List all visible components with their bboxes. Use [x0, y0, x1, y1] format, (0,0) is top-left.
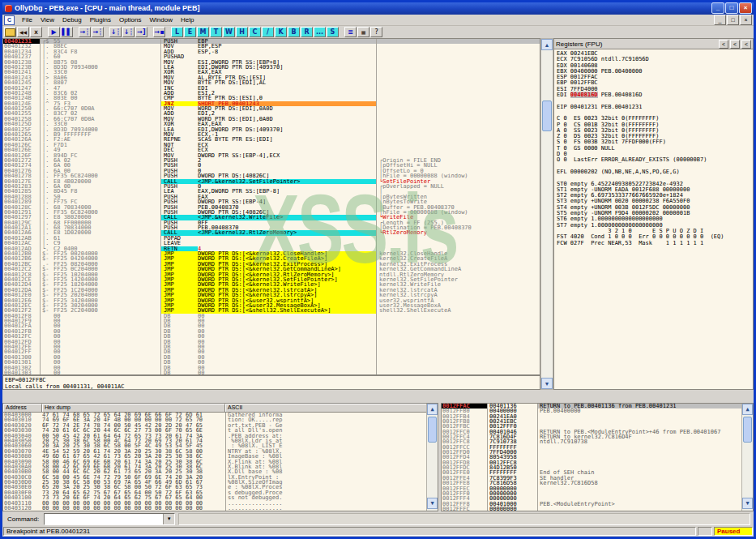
info-pane: EBP=0012FFBC Local calls from 00401131, …: [2, 375, 540, 390]
statusbar: Breakpoint at PEB.00401231 Paused: [2, 526, 754, 537]
stack-scrollbar[interactable]: ▲ ▼: [741, 404, 753, 511]
menubar: C FileViewDebugPluginsOptionsWindowHelp …: [2, 15, 754, 26]
ascii-cell: ................: [225, 506, 438, 511]
registers-pane[interactable]: Registers (FPU) < < < EAX 00241EBCECX 7C…: [553, 38, 754, 390]
menu-item-file[interactable]: File: [18, 15, 36, 24]
dump-rows: 0040300047 61 74 68 65 72 65 64 20 69 6E…: [3, 413, 438, 511]
scroll-thumb[interactable]: [428, 417, 437, 443]
disassembly-scrollbar[interactable]: ▲ ▼: [540, 38, 553, 390]
scroll-down-arrow-icon[interactable]: ▼: [427, 498, 438, 509]
register-line[interactable]: EFL 00000202 (NO,NB,NE,A,NS,PO,GE,G): [557, 169, 750, 175]
hex-dump-column-header[interactable]: Hex dump: [42, 404, 225, 412]
child-close-button[interactable]: ×: [740, 15, 752, 25]
scroll-track[interactable]: [541, 50, 553, 378]
command-combobox[interactable]: ▼: [44, 513, 175, 525]
cpu-window-icon[interactable]: C: [4, 15, 15, 25]
maximize-button[interactable]: □: [725, 2, 738, 14]
register-line[interactable]: T 0 GS 0000 NULL: [557, 146, 750, 152]
animate-over-button[interactable]: ↓┆: [122, 27, 135, 37]
view-call-stack-button[interactable]: K: [275, 27, 287, 37]
register-segment: FCW 027F Prec NEAR,53 Mask 1 1 1 1 1 1: [557, 240, 703, 246]
hex-bytes-cell: 00 00 00 00 00 00 00 00 00 00 00 00 00 0…: [42, 506, 225, 511]
step-over-button[interactable]: →┆: [92, 27, 104, 37]
menu-item-debug[interactable]: Debug: [58, 15, 86, 24]
view-references-button[interactable]: R: [301, 27, 313, 37]
view-run-trace-button[interactable]: ...: [314, 27, 326, 37]
registers-pane-button[interactable]: <: [730, 40, 740, 49]
menu-item-view[interactable]: View: [36, 15, 58, 24]
child-restore-button[interactable]: □: [727, 15, 739, 25]
register-segment: EDI: [557, 92, 570, 98]
menu-item-options[interactable]: Options: [115, 15, 146, 24]
child-minimize-button[interactable]: _: [714, 15, 726, 25]
scroll-up-arrow-icon[interactable]: ▲: [427, 404, 438, 415]
scroll-down-arrow-icon[interactable]: ▼: [541, 378, 553, 389]
run-button[interactable]: ▶: [48, 27, 60, 37]
menu-item-window[interactable]: Window: [146, 15, 177, 24]
restart-button[interactable]: ◀◀: [17, 27, 29, 37]
command-bar: Command: ▼: [2, 511, 754, 526]
scroll-thumb[interactable]: [542, 101, 552, 131]
view-threads-button[interactable]: T: [210, 27, 222, 37]
registers-pane-button[interactable]: <: [719, 40, 728, 49]
menu-item-help[interactable]: Help: [177, 15, 198, 24]
hex-dump-pane[interactable]: Address Hex dump ASCII 0040300047 61 74 …: [2, 403, 438, 511]
open-file-button[interactable]: [4, 27, 16, 37]
close-program-button[interactable]: X: [30, 27, 42, 37]
view-handles-button[interactable]: H: [236, 27, 248, 37]
info-line-2: Local calls from 00401131, 004011AC: [5, 383, 538, 390]
stack-pane[interactable]: 0012FFAC00401136RETURN to PEB.00401136 f…: [441, 403, 754, 511]
register-line[interactable]: EIP 00401231 PEB.00401231: [557, 105, 750, 110]
pause-button[interactable]: ▌▌: [61, 27, 73, 37]
register-line[interactable]: O 0 LastErr ERROR_ALREADY_EXISTS (000000…: [557, 157, 750, 163]
scroll-down-arrow-icon[interactable]: ▼: [742, 498, 753, 509]
command-bar-panel: [178, 513, 750, 525]
register-line[interactable]: EDI 0040816D PEB.0040816D: [557, 92, 750, 98]
execute-till-return-button[interactable]: →]: [135, 27, 147, 37]
view-patches-button[interactable]: /: [262, 27, 274, 37]
view-breakpoints-button[interactable]: B: [288, 27, 300, 37]
view-cpu-button[interactable]: C: [249, 27, 261, 37]
registers-pane-header: Registers (FPU) < < <: [554, 39, 753, 49]
mdi-child-controls: _ □ ×: [713, 15, 752, 25]
view-memory-button[interactable]: M: [197, 27, 209, 37]
step-into-button[interactable]: →┆: [79, 27, 91, 37]
minimize-button[interactable]: _: [711, 2, 724, 14]
view-windows-button[interactable]: W: [223, 27, 235, 37]
dump-scrollbar[interactable]: ▲ ▼: [426, 404, 438, 511]
view-source-button[interactable]: S: [327, 27, 339, 37]
windows-list-button[interactable]: ≡: [344, 27, 357, 37]
window-title: OllyDbg - PEB.exe - [CPU - main thread, …: [15, 4, 711, 12]
command-input[interactable]: [45, 514, 163, 524]
register-segment: EFL 00000202 (NO,NB,NE,A,NS,PO,GE,G): [557, 169, 680, 175]
view-log-button[interactable]: L: [171, 27, 183, 37]
register-segment: EIP 00401231 PEB.00401231: [557, 104, 642, 110]
status-spacer: [698, 527, 712, 536]
close-window-button[interactable]: ×: [739, 2, 752, 14]
titlebar: OllyDbg - PEB.exe - [CPU - main thread, …: [2, 2, 754, 15]
window-controls: _ □ ×: [711, 2, 752, 14]
go-to-address-button[interactable]: →▪: [153, 27, 165, 37]
animate-into-button[interactable]: ↓┆: [109, 27, 122, 37]
toolbar: ◀◀X▶▌▌→┆→┆↓┆↓┆→]→▪LEMTWHC/KBR...S≡▦?: [2, 26, 754, 38]
register-segment: PEB.0040816D: [598, 92, 643, 98]
address-column-header[interactable]: Address: [3, 404, 42, 412]
stack-rows: 0012FFAC00401136RETURN to PEB.00401136 f…: [442, 404, 753, 511]
menu-item-plugins[interactable]: Plugins: [86, 15, 115, 24]
help-button[interactable]: ?: [370, 27, 382, 37]
scroll-up-arrow-icon[interactable]: ▲: [742, 404, 753, 415]
disassembly-pane[interactable]: 00401231┌$55PUSHEBP00401232│.8BECMOVEBP,…: [2, 38, 540, 375]
command-label: Command:: [7, 515, 39, 523]
scroll-thumb[interactable]: [743, 417, 752, 443]
scroll-up-arrow-icon[interactable]: ▲: [541, 39, 553, 50]
status-message: Breakpoint at PEB.00401231: [3, 527, 696, 536]
pane-splitter[interactable]: [2, 390, 754, 403]
chevron-down-icon[interactable]: ▼: [163, 514, 174, 524]
ascii-column-header[interactable]: ASCII: [225, 404, 438, 412]
register-segment: 0040816D: [570, 92, 598, 98]
register-line[interactable]: FCW 027F Prec NEAR,53 Mask 1 1 1 1 1 1: [557, 241, 750, 246]
registers-pane-button[interactable]: <: [741, 40, 751, 49]
appearance-options-button[interactable]: ▦: [357, 27, 369, 37]
view-executables-button[interactable]: E: [184, 27, 196, 37]
dump-row[interactable]: 0040312000 00 00 00 00 00 00 00 00 00 00…: [3, 506, 438, 511]
